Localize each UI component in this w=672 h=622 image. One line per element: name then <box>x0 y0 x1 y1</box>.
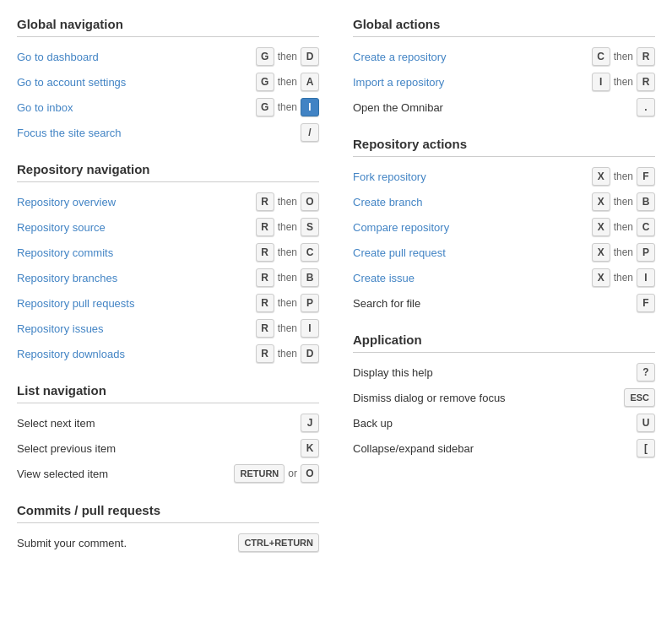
section-list-nav: List navigationSelect next itemJSelect p… <box>17 383 319 483</box>
key-sequence: RthenB <box>256 268 319 287</box>
key-sequence: [ <box>637 439 655 457</box>
section-commits: Commits / pull requestsSubmit your comme… <box>17 503 319 552</box>
key-badge: C <box>592 47 610 66</box>
shortcut-label: Collapse/expand sidebar <box>353 442 637 455</box>
section-global-nav: Global navigationGo to dashboardGthenDGo… <box>17 17 319 142</box>
shortcut-label: Dismiss dialog or remove focus <box>353 392 624 404</box>
or-label: or <box>288 468 297 479</box>
shortcut-label: Compare repository <box>353 221 592 234</box>
shortcut-label: Go to account settings <box>17 76 256 89</box>
shortcut-row: Search for fileF <box>353 294 655 312</box>
shortcut-row: Focus the site search/ <box>17 123 319 142</box>
key-badge: R <box>256 192 274 211</box>
key-sequence: RthenI <box>256 319 319 338</box>
shortcut-row: Repository downloadsRthenD <box>17 344 319 363</box>
shortcut-label: Select previous item <box>17 442 301 455</box>
key-badge: I <box>301 98 319 116</box>
key-badge: O <box>301 192 319 211</box>
section-title: Commits / pull requests <box>17 503 319 517</box>
key-badge: C <box>637 218 655 236</box>
key-badge: C <box>301 243 319 262</box>
shortcut-row: Create issueXthenI <box>353 268 655 287</box>
section-global-actions: Global actionsCreate a repositoryCthenRI… <box>353 17 655 116</box>
left-column: Global navigationGo to dashboardGthenDGo… <box>17 17 319 572</box>
section-title: Global navigation <box>17 17 319 31</box>
key-badge: / <box>301 123 319 142</box>
shortcut-row: Import a repositoryIthenR <box>353 73 655 91</box>
shortcut-row: Create branchXthenB <box>353 192 655 211</box>
section-divider <box>17 403 319 403</box>
shortcut-row: Dismiss dialog or remove focusESC <box>353 388 655 407</box>
key-sequence: / <box>301 123 319 142</box>
key-badge: X <box>592 218 610 236</box>
shortcut-label: Repository pull requests <box>17 297 256 310</box>
shortcut-row: Open the Omnibar. <box>353 98 655 116</box>
key-badge: . <box>637 98 655 116</box>
key-badge: X <box>592 243 610 262</box>
section-divider <box>17 181 319 182</box>
key-badge: R <box>256 344 274 363</box>
then-label: then <box>278 196 297 208</box>
key-badge: X <box>592 268 610 287</box>
shortcut-label: Repository downloads <box>17 348 256 360</box>
key-badge: D <box>301 344 319 363</box>
key-sequence: XthenB <box>592 192 655 211</box>
key-sequence: RthenD <box>256 344 319 363</box>
shortcut-row: Repository issuesRthenI <box>17 319 319 338</box>
section-repo-actions: Repository actionsFork repositoryXthenFC… <box>353 137 655 312</box>
key-badge: U <box>637 414 655 432</box>
then-label: then <box>278 348 297 360</box>
shortcut-row: Collapse/expand sidebar[ <box>353 439 655 457</box>
section-divider <box>17 522 319 523</box>
then-label: then <box>614 221 633 233</box>
key-sequence: U <box>637 414 655 432</box>
key-sequence: GthenI <box>256 98 319 116</box>
key-badge: K <box>301 439 319 457</box>
key-sequence: RthenO <box>256 192 319 211</box>
key-badge: R <box>637 73 655 91</box>
section-divider <box>353 352 655 353</box>
key-badge: CTRL+RETURN <box>238 533 319 552</box>
key-badge: [ <box>637 439 655 457</box>
then-label: then <box>614 272 633 284</box>
key-badge: D <box>301 47 319 66</box>
then-label: then <box>278 51 297 62</box>
key-badge: I <box>301 319 319 338</box>
right-column: Global actionsCreate a repositoryCthenRI… <box>353 17 655 572</box>
key-sequence: RthenP <box>256 294 319 312</box>
key-badge: A <box>301 73 319 91</box>
key-badge: RETURN <box>234 464 285 483</box>
key-badge: G <box>256 98 274 116</box>
key-badge: R <box>637 47 655 66</box>
then-label: then <box>278 297 297 309</box>
shortcut-label: Create pull request <box>353 246 592 259</box>
shortcut-row: Repository overviewRthenO <box>17 192 319 211</box>
key-sequence: . <box>637 98 655 116</box>
key-badge: I <box>637 268 655 287</box>
then-label: then <box>614 196 633 208</box>
section-divider <box>17 36 319 37</box>
then-label: then <box>614 76 633 88</box>
key-badge: R <box>256 319 274 338</box>
section-title: Repository actions <box>353 137 655 151</box>
key-sequence: XthenP <box>592 243 655 262</box>
shortcut-label: Repository commits <box>17 246 256 259</box>
shortcut-row: Fork repositoryXthenF <box>353 167 655 186</box>
then-label: then <box>278 272 297 284</box>
then-label: then <box>278 322 297 334</box>
key-sequence: F <box>637 294 655 312</box>
key-sequence: K <box>301 439 319 457</box>
key-badge: ESC <box>624 388 655 407</box>
shortcut-label: Display this help <box>353 366 637 379</box>
key-badge: R <box>256 218 274 236</box>
section-title: Repository navigation <box>17 162 319 176</box>
shortcut-label: Create a repository <box>353 51 592 63</box>
key-sequence: IthenR <box>592 73 655 91</box>
key-badge: R <box>256 294 274 312</box>
key-badge: P <box>301 294 319 312</box>
shortcut-row: Back upU <box>353 414 655 432</box>
key-badge: S <box>301 218 319 236</box>
then-label: then <box>614 170 633 182</box>
shortcut-label: Repository source <box>17 221 256 234</box>
shortcut-row: Go to inboxGthenI <box>17 98 319 116</box>
